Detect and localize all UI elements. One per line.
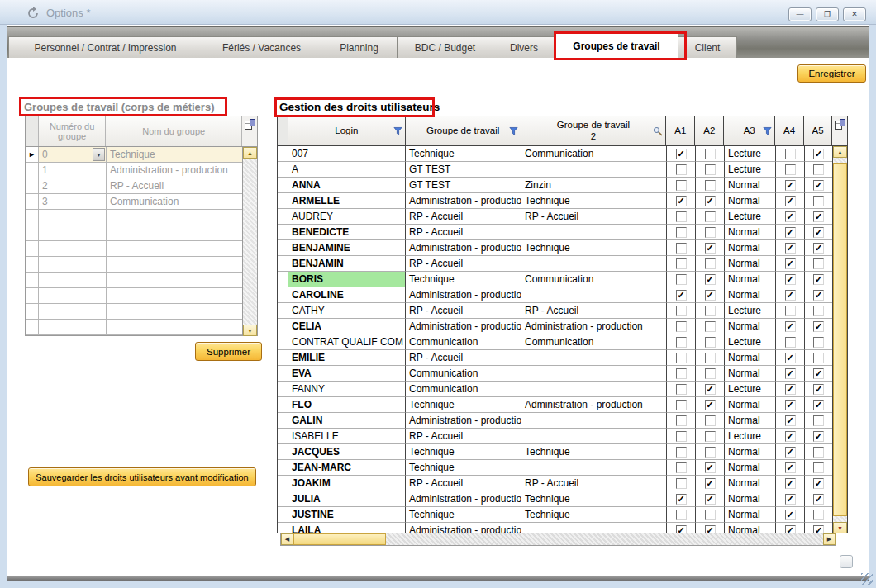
resize-grip[interactable] — [861, 573, 873, 585]
a2-checkbox[interactable] — [705, 164, 716, 175]
a3-cell[interactable]: Normal — [725, 319, 776, 334]
group-name-header[interactable]: Nom du groupe — [106, 116, 242, 146]
a4-checkbox[interactable]: ✓ — [785, 384, 796, 395]
a2-checkbox[interactable] — [705, 180, 716, 191]
row-selector[interactable] — [278, 366, 288, 382]
a5-checkbox[interactable]: ✓ — [813, 149, 824, 159]
tab-bdc-budget[interactable]: BDC / Budget — [397, 36, 493, 58]
workgroup-cell[interactable]: Technique — [406, 146, 521, 162]
user-rights-row[interactable]: EVACommunicationNormal✓✓ — [278, 366, 833, 382]
a3-cell[interactable]: Normal — [725, 240, 776, 256]
row-selector[interactable] — [26, 210, 39, 225]
user-rights-vscrollbar[interactable]: ▲ ▼ — [832, 146, 847, 533]
a5-checkbox[interactable] — [813, 196, 824, 206]
group-row[interactable]: ►0▼Technique — [26, 147, 244, 163]
row-selector[interactable] — [278, 397, 288, 413]
a4-checkbox[interactable] — [785, 164, 796, 175]
row-selector[interactable] — [26, 225, 39, 241]
workgroup2-cell[interactable]: Communication — [521, 272, 667, 287]
a3-column-header[interactable]: A3 — [724, 116, 775, 145]
row-selector[interactable] — [278, 460, 288, 476]
workgroup2-cell[interactable]: Technique — [521, 507, 667, 523]
login-cell[interactable]: AUDREY — [288, 209, 406, 225]
group-name-cell[interactable]: Communication — [107, 194, 244, 210]
workgroup-cell[interactable]: GT TEST — [406, 178, 521, 193]
user-rights-row[interactable]: FLOTechniqueAdministration - production✓… — [278, 397, 833, 413]
a4-checkbox[interactable]: ✓ — [785, 290, 796, 301]
workgroup-cell[interactable]: RP - Accueil — [406, 209, 521, 225]
a3-cell[interactable]: Normal — [725, 476, 776, 491]
workgroup-cell[interactable]: RP - Accueil — [406, 429, 521, 444]
user-rights-row[interactable]: ISABELLERP - AccueilLecture✓✓ — [278, 429, 833, 444]
maximize-button[interactable]: ❐ — [816, 7, 839, 21]
a1-checkbox[interactable]: ✓ — [676, 149, 687, 159]
a2-column-header[interactable]: A2 — [695, 116, 724, 145]
user-rights-row[interactable]: GALINAdministration - productionNormal✓ — [278, 413, 833, 429]
vscroll-thumb[interactable] — [833, 163, 847, 516]
a5-column-header[interactable]: A5 — [804, 116, 832, 145]
a4-checkbox[interactable]: ✓ — [785, 243, 796, 254]
a1-checkbox[interactable] — [676, 227, 687, 238]
a2-checkbox[interactable] — [705, 321, 716, 332]
group-name-cell[interactable] — [107, 241, 244, 257]
a1-checkbox[interactable] — [676, 211, 687, 222]
a3-cell[interactable]: Lecture — [725, 382, 776, 397]
row-selector[interactable] — [278, 240, 288, 256]
workgroup-cell[interactable]: RP - Accueil — [406, 225, 521, 240]
row-selector[interactable] — [26, 273, 39, 288]
user-rights-row[interactable]: CONTRAT QUALIF COMCommunicationCommunica… — [278, 334, 833, 350]
scroll-down-button[interactable]: ▼ — [243, 325, 257, 336]
workgroup-cell[interactable]: Communication — [406, 334, 521, 350]
workgroup-cell[interactable]: Administration - production — [406, 413, 521, 429]
search-icon[interactable] — [653, 126, 663, 136]
row-selector[interactable] — [278, 146, 288, 162]
a3-cell[interactable]: Normal — [725, 397, 776, 413]
close-button[interactable]: ✕ — [843, 7, 866, 21]
a5-checkbox[interactable]: ✓ — [813, 431, 824, 442]
a4-checkbox[interactable]: ✓ — [785, 274, 796, 285]
a5-checkbox[interactable] — [813, 337, 824, 348]
workgroup2-cell[interactable]: Communication — [521, 334, 667, 350]
row-selector[interactable] — [278, 256, 288, 272]
workgroup2-cell[interactable] — [521, 350, 667, 366]
user-rights-row[interactable]: CATHYRP - AccueilRP - AccueilLecture — [278, 303, 833, 319]
a5-checkbox[interactable] — [813, 258, 824, 269]
login-cell[interactable]: EMILIE — [288, 350, 406, 366]
user-rights-row[interactable]: JACQUESTechniqueTechniqueNormal✓ — [278, 444, 833, 460]
a2-checkbox[interactable] — [705, 211, 716, 222]
row-selector[interactable] — [278, 225, 288, 240]
group-name-cell[interactable] — [107, 210, 244, 225]
a1-checkbox[interactable] — [676, 478, 687, 489]
a5-checkbox[interactable] — [813, 164, 824, 175]
login-cell[interactable]: BENJAMIN — [288, 256, 406, 272]
a5-checkbox[interactable]: ✓ — [813, 321, 824, 332]
dropdown-button[interactable]: ▼ — [93, 148, 105, 161]
workgroup2-cell[interactable] — [521, 429, 667, 444]
a5-checkbox[interactable] — [813, 462, 824, 473]
workgroup-cell[interactable]: Administration - production — [406, 491, 521, 507]
a1-checkbox[interactable] — [676, 321, 687, 332]
minimize-button[interactable]: — — [788, 7, 812, 21]
row-selector[interactable] — [26, 257, 39, 273]
a1-checkbox[interactable] — [676, 431, 687, 442]
row-selector[interactable] — [278, 178, 288, 193]
login-cell[interactable]: A — [288, 162, 406, 178]
workgroup-cell[interactable]: Technique — [406, 444, 521, 460]
user-rights-row[interactable]: CAROLINEAdministration - production✓✓Nor… — [278, 287, 833, 303]
login-cell[interactable]: GALIN — [288, 413, 406, 429]
filter-icon[interactable] — [393, 126, 402, 135]
group-number-cell[interactable] — [39, 288, 107, 304]
a2-checkbox[interactable]: ✓ — [705, 384, 716, 395]
row-selector[interactable] — [278, 476, 288, 491]
a3-cell[interactable]: Lecture — [725, 334, 776, 350]
a1-checkbox[interactable] — [676, 400, 687, 410]
group-row-empty[interactable] — [26, 304, 244, 320]
workgroup2-cell[interactable]: RP - Accueil — [521, 303, 667, 319]
user-rights-row[interactable]: 007TechniqueCommunication✓Lecture✓ — [278, 146, 833, 162]
group-row[interactable]: 1Administration - production — [26, 163, 244, 178]
a5-checkbox[interactable]: ✓ — [813, 368, 824, 379]
workgroup2-column-header[interactable]: Groupe de travail 2 — [521, 116, 667, 145]
a4-checkbox[interactable] — [785, 337, 796, 348]
group-number-cell[interactable] — [39, 241, 107, 257]
login-cell[interactable]: BORIS — [288, 272, 406, 287]
